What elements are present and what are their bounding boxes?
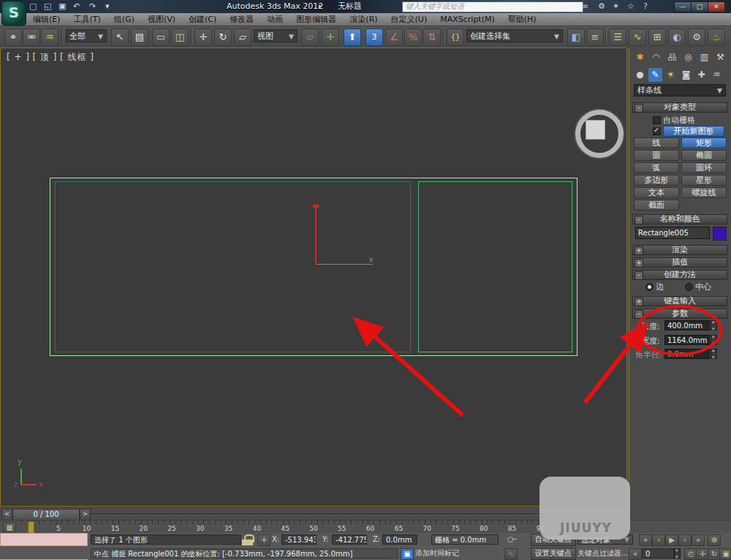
- shape-button-text[interactable]: 文本: [634, 187, 679, 198]
- viewport-menu-shading[interactable]: [ 线框 ]: [60, 52, 94, 62]
- corner-radius-input[interactable]: 0.0mm: [664, 349, 710, 359]
- rollout-creation-method[interactable]: - 创建方法: [632, 270, 727, 280]
- width-spinner[interactable]: [711, 335, 717, 345]
- z-coord-field[interactable]: 0.0mm: [382, 534, 417, 545]
- help-icon[interactable]: ?: [643, 1, 648, 12]
- shape-button-ellipse[interactable]: 椭圆: [681, 150, 727, 161]
- time-slider-handle[interactable]: 0 / 100: [12, 509, 80, 521]
- set-keys-curve-icon[interactable]: ∿: [504, 548, 518, 560]
- save-file-icon[interactable]: ▣: [58, 1, 66, 12]
- qat-more-icon[interactable]: ▾: [105, 1, 110, 12]
- render-production-icon[interactable]: ♨: [708, 29, 725, 46]
- tab-modify-icon[interactable]: ◠: [649, 50, 663, 64]
- viewcube[interactable]: [586, 120, 605, 140]
- set-key-button[interactable]: 设置关键点: [531, 548, 576, 560]
- rollout-object-type[interactable]: - 对象类型: [632, 102, 727, 113]
- tab-create-icon[interactable]: ✱: [633, 50, 647, 64]
- creation-method-center-radio[interactable]: [685, 283, 693, 291]
- frame-back-button[interactable]: <: [1, 509, 12, 521]
- length-input[interactable]: 400.0mm: [664, 320, 710, 330]
- viewport-menu-view[interactable]: [ 顶 ]: [33, 52, 58, 62]
- maximize-viewport-toggle-icon[interactable]: ▣: [719, 548, 731, 560]
- new-file-icon[interactable]: ▢: [29, 1, 37, 12]
- current-frame-spinner[interactable]: [674, 548, 681, 559]
- corner-radius-spinner[interactable]: [711, 349, 717, 359]
- select-object-icon[interactable]: ↖: [111, 29, 129, 46]
- viewport-top[interactable]: [ + ] [ 顶 ] [ 线框 ] x y x z: [0, 48, 627, 507]
- use-pivot-center-icon[interactable]: ⬆: [344, 29, 361, 46]
- goto-end-icon[interactable]: »: [692, 534, 705, 546]
- viewport-menu-plus[interactable]: [ + ]: [7, 52, 30, 62]
- category-geometry-icon[interactable]: ●: [633, 68, 647, 82]
- rollout-interpolation[interactable]: + 插值: [632, 257, 727, 268]
- snap-scale-icon[interactable]: ▱: [301, 29, 319, 46]
- material-editor-icon[interactable]: ◐: [668, 29, 686, 46]
- menu-maxscript[interactable]: MAXScript(M): [433, 13, 501, 26]
- autogrid-checkbox[interactable]: [653, 116, 661, 124]
- tab-utilities-icon[interactable]: ⚒: [713, 50, 727, 64]
- shape-button-arc[interactable]: 弧: [634, 162, 679, 173]
- shape-button-donut[interactable]: 圆环: [681, 162, 727, 173]
- shape-button-circle[interactable]: 圆: [634, 150, 679, 161]
- gizmo-x-axis[interactable]: [316, 264, 373, 265]
- rollout-keyboard-entry[interactable]: + 键盘输入: [632, 296, 727, 306]
- current-frame-field[interactable]: 0: [642, 548, 674, 559]
- shape-button-helix[interactable]: 螺旋线: [681, 187, 727, 198]
- search-icon[interactable]: ∞: [582, 1, 588, 12]
- communication-center-icon[interactable]: ✴: [613, 1, 619, 12]
- select-by-name-icon[interactable]: ▤: [131, 29, 148, 46]
- shape-button-star[interactable]: 星形: [681, 175, 727, 186]
- category-lights-icon[interactable]: ☀: [664, 68, 678, 82]
- snaps-toggle-3d-icon[interactable]: 3: [366, 29, 383, 46]
- rollout-rendering[interactable]: + 渲染: [632, 245, 727, 255]
- maxscript-mini-listener-pink[interactable]: [0, 533, 88, 546]
- category-spacewarps-icon[interactable]: ♒: [710, 68, 724, 82]
- tab-hierarchy-icon[interactable]: 品: [665, 50, 679, 64]
- bind-to-spacewarp-icon[interactable]: ♒: [41, 29, 58, 46]
- window-crossing-icon[interactable]: ◫: [171, 29, 189, 46]
- angle-snap-icon[interactable]: ∠: [385, 29, 403, 46]
- y-coord-field[interactable]: -412.775m: [332, 534, 367, 545]
- infocenter-search-input[interactable]: 键入关键字或短语: [402, 1, 583, 12]
- undo-icon[interactable]: ↶: [73, 1, 80, 12]
- selection-filter-dropdown[interactable]: 全部▼: [66, 29, 107, 42]
- rollout-parameters[interactable]: - 参数: [632, 309, 727, 319]
- object-color-swatch[interactable]: [713, 227, 727, 241]
- frame-forward-button[interactable]: >: [80, 509, 91, 521]
- object-name-input[interactable]: Rectangle005: [635, 227, 710, 239]
- menu-modifiers[interactable]: 修改器: [223, 13, 260, 26]
- shape-button-rectangle[interactable]: 矩形: [681, 137, 727, 148]
- subscription-icon[interactable]: ⚙: [598, 1, 605, 12]
- unlink-selection-icon[interactable]: ⚮: [23, 29, 40, 46]
- mirror-icon[interactable]: ◧: [567, 29, 585, 46]
- add-time-tag-icon[interactable]: ▣: [401, 548, 414, 560]
- menu-graph-editors[interactable]: 图形编辑器: [289, 13, 343, 26]
- gizmo-y-axis[interactable]: [315, 207, 317, 264]
- start-new-shape-checkbox[interactable]: [653, 127, 661, 135]
- current-frame-marker[interactable]: [28, 521, 34, 534]
- render-setup-icon[interactable]: ⚙: [688, 29, 705, 46]
- rectangular-selection-region-icon[interactable]: ▭: [152, 29, 170, 46]
- shape-button-line[interactable]: 线: [634, 137, 679, 148]
- menu-group[interactable]: 组(G): [107, 13, 141, 26]
- length-spinner[interactable]: [711, 320, 717, 330]
- select-and-move-icon[interactable]: ✛: [194, 29, 212, 46]
- shape-button-ngon[interactable]: 多边形: [634, 175, 679, 186]
- goto-start2-icon[interactable]: «: [629, 548, 642, 560]
- menu-edit[interactable]: 编辑(E): [26, 13, 67, 26]
- shape-button-section[interactable]: 截面: [634, 200, 679, 211]
- curve-editor-icon[interactable]: ∿: [629, 29, 646, 46]
- tab-motion-icon[interactable]: ◎: [681, 50, 695, 64]
- menu-animation[interactable]: 动画: [260, 13, 289, 26]
- shape-category-dropdown[interactable]: 样条线▼: [634, 84, 726, 97]
- menu-views[interactable]: 视图(V): [141, 13, 182, 26]
- previous-frame-icon[interactable]: ‹: [652, 534, 665, 546]
- add-time-tag-label[interactable]: 添加时间标记: [415, 548, 459, 559]
- open-mini-curve-editor-icon[interactable]: ▦: [3, 522, 16, 534]
- category-helpers-icon[interactable]: ✚: [694, 68, 708, 82]
- edit-named-sets-icon[interactable]: {}: [447, 29, 464, 46]
- menu-rendering[interactable]: 渲染(R): [343, 13, 384, 26]
- infocenter-arrow-icon[interactable]: ▸: [319, 2, 322, 10]
- x-coord-field[interactable]: -513.943m: [281, 534, 317, 545]
- maximize-button[interactable]: □: [691, 1, 708, 12]
